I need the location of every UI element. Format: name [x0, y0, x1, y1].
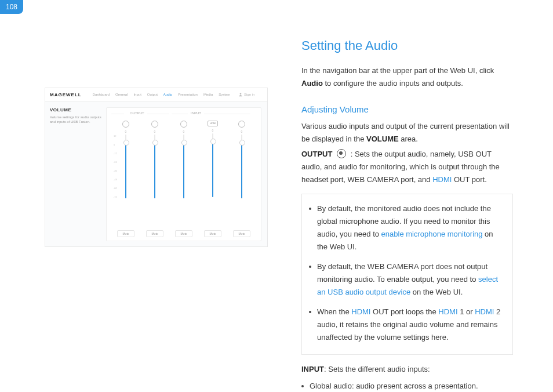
note-item: By default, the monitored audio does not…	[309, 202, 502, 253]
output-paragraph: OUTPUT : Sets the output audio, namely, …	[301, 148, 513, 186]
line-in-icon	[180, 121, 187, 128]
gain-value: 0	[241, 130, 243, 133]
volume-card: OUTPUT INPUT 0 120-12-24-36-48-60-72 0	[106, 107, 261, 241]
svg-point-0	[240, 93, 242, 95]
mute-row: Mute Mute Mute Mute Mute	[111, 230, 256, 237]
nav-tabs: Dashboard General Input Output Audio Pre…	[85, 93, 238, 96]
slider-mic: 0	[143, 121, 166, 223]
brand-logo: MAGEWELL	[45, 92, 85, 97]
bluetooth-icon	[238, 121, 245, 128]
volume-slider[interactable]	[241, 135, 242, 198]
gain-value: 0	[125, 130, 127, 133]
page-number-tab: 108	[0, 0, 23, 14]
signin-link[interactable]: Sign in	[238, 92, 267, 97]
sidebar: VOLUME Volume settings for audio outputs…	[45, 101, 106, 247]
nav-general[interactable]: General	[115, 93, 128, 96]
heading-2: Adjusting Volume	[301, 102, 513, 117]
hdmi-link[interactable]: HDMI	[438, 307, 457, 316]
hdmi-icon: HDMI	[208, 121, 218, 126]
nav-audio[interactable]: Audio	[163, 93, 172, 96]
hdmi-link[interactable]: HDMI	[351, 307, 370, 316]
note-box: By default, the monitored audio does not…	[301, 194, 513, 355]
bullet-icon	[301, 385, 304, 387]
gain-value: 0	[183, 130, 185, 133]
nav-input[interactable]: Input	[133, 93, 141, 96]
mute-button[interactable]: Mute	[117, 230, 134, 237]
bullet-icon	[309, 311, 311, 313]
nav-output[interactable]: Output	[147, 93, 158, 96]
doc-content: Setting the Audio In the navigation bar …	[301, 35, 513, 392]
slider-line: 0	[172, 121, 195, 223]
mute-button[interactable]: Mute	[233, 230, 250, 237]
note-item: When the HDMI OUT port loops the HDMI 1 …	[309, 306, 502, 344]
sidebar-title: VOLUME	[50, 107, 101, 112]
input-paragraph: INPUT: Sets the different audio inputs:	[301, 363, 513, 376]
note-item: By default, the WEB CAMERA port does not…	[309, 260, 502, 299]
app-topbar: MAGEWELL Dashboard General Input Output …	[45, 88, 267, 101]
slider-hdmi: HDMI 0	[201, 121, 224, 223]
mic-icon	[151, 121, 158, 128]
nav-system[interactable]: System	[219, 93, 230, 96]
bullet-list: Global audio: audio present across a pre…	[301, 380, 513, 392]
section-output-label: OUTPUT	[130, 111, 144, 115]
heading-1: Setting the Audio	[301, 35, 513, 56]
bullet-icon	[309, 208, 311, 210]
volume-slider[interactable]	[154, 135, 155, 198]
mute-button[interactable]: Mute	[146, 230, 163, 237]
intro-paragraph: In the navigation bar at the upper part …	[301, 64, 513, 90]
hdmi-link[interactable]: HDMI	[475, 307, 494, 316]
gain-value: 0	[154, 130, 156, 133]
gain-value: 0	[212, 129, 214, 132]
output-circle-icon	[337, 149, 346, 158]
volume-slider[interactable]	[183, 135, 184, 198]
volume-slider[interactable]	[212, 133, 213, 197]
mute-button[interactable]: Mute	[175, 230, 192, 237]
bullet-icon	[309, 266, 311, 268]
signin-label: Sign in	[244, 93, 254, 96]
list-item: Global audio: audio present across a pre…	[301, 380, 513, 392]
slider-bt: 0	[230, 121, 253, 223]
volume-slider[interactable]: 120-12-24-36-48-60-72	[125, 135, 126, 198]
volume-paragraph: Various audio inputs and output of the c…	[301, 120, 513, 146]
sidebar-desc: Volume settings for audio outputs and in…	[50, 115, 101, 125]
nav-dashboard[interactable]: Dashboard	[93, 93, 110, 96]
enable-mic-monitoring-link[interactable]: enable microphone monitoring	[381, 230, 483, 238]
app-screenshot: MAGEWELL Dashboard General Input Output …	[45, 88, 268, 247]
slider-columns: 0 120-12-24-36-48-60-72 0 0	[111, 121, 256, 223]
hdmi-link[interactable]: HDMI	[432, 175, 452, 184]
speaker-icon	[122, 121, 129, 128]
mute-button[interactable]: Mute	[204, 230, 221, 237]
section-input-label: INPUT	[191, 111, 201, 115]
nav-media[interactable]: Media	[203, 93, 213, 96]
user-icon	[238, 92, 243, 97]
slider-output: 0 120-12-24-36-48-60-72	[114, 121, 137, 223]
nav-presentation[interactable]: Presentation	[178, 93, 198, 96]
